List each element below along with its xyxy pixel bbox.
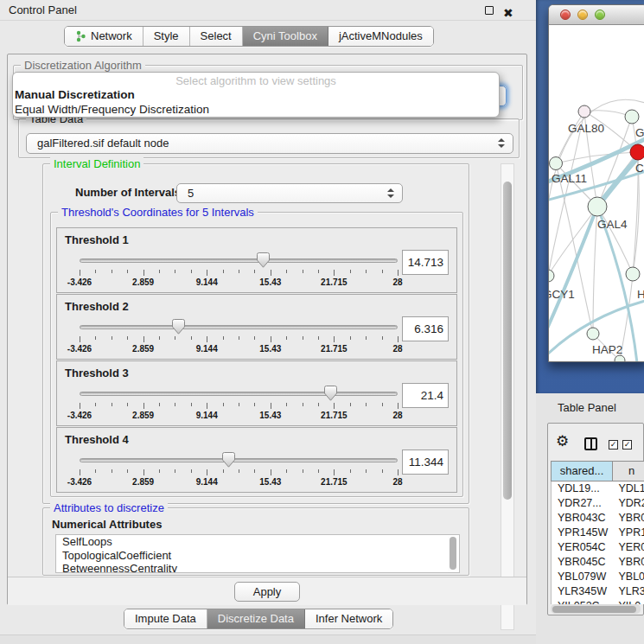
threshold-value-field[interactable]: 21.4 bbox=[402, 383, 449, 408]
attributes-list-scrollbar[interactable] bbox=[448, 536, 458, 572]
table-cell[interactable]: YBL079W bbox=[552, 570, 613, 584]
slider-tick-label: 28 bbox=[392, 344, 402, 354]
slider-tick bbox=[318, 270, 319, 273]
close-traffic-light-icon[interactable] bbox=[560, 10, 571, 20]
slider-tick bbox=[286, 270, 287, 273]
table-cell[interactable]: YER054C bbox=[552, 540, 613, 555]
slider-tick bbox=[254, 403, 255, 406]
apply-button[interactable]: Apply bbox=[234, 582, 300, 602]
table-cell[interactable]: YDL1 bbox=[613, 481, 644, 496]
slider-track[interactable] bbox=[80, 325, 398, 329]
table-data-combo-value: galFiltered.sif default node bbox=[37, 137, 169, 150]
slider-tick bbox=[112, 469, 112, 473]
table-row[interactable]: YBR043CYBR0 bbox=[552, 511, 644, 526]
table-row[interactable]: YBR045CYBR0 bbox=[552, 555, 644, 570]
network-node[interactable] bbox=[587, 328, 599, 340]
table-row[interactable]: YDL19...YDL1 bbox=[552, 481, 644, 496]
network-node-label: GAL11 bbox=[552, 172, 587, 185]
tab-network[interactable]: Network bbox=[65, 27, 143, 46]
slider-tick-label: 15.43 bbox=[259, 477, 281, 487]
slider-tick bbox=[303, 336, 303, 340]
table-cell[interactable]: YER0 bbox=[613, 540, 644, 555]
slider-track[interactable] bbox=[80, 258, 398, 263]
network-node[interactable] bbox=[549, 270, 554, 282]
table-row[interactable]: YBL079WYBL0 bbox=[552, 570, 644, 584]
table-row[interactable]: YLR345WYLR3 bbox=[552, 584, 644, 599]
attribute-list-item[interactable]: TopologicalCoefficient bbox=[56, 549, 459, 563]
network-node[interactable] bbox=[626, 267, 640, 281]
slider-tick bbox=[159, 270, 160, 273]
slider-tick bbox=[334, 469, 335, 475]
dropdown-item[interactable]: Equal Width/Frequency Discretization bbox=[13, 102, 499, 117]
table-cell[interactable]: YDR2 bbox=[613, 496, 644, 511]
checkbox-icon[interactable]: ✓ bbox=[609, 440, 618, 450]
slider-thumb-icon[interactable] bbox=[172, 319, 185, 335]
network-node[interactable] bbox=[625, 110, 639, 124]
slider-thumb-icon[interactable] bbox=[222, 452, 235, 468]
threshold-value-field[interactable]: 6.316 bbox=[402, 316, 449, 341]
table-cell[interactable]: YBR0 bbox=[613, 555, 644, 570]
minimize-traffic-light-icon[interactable] bbox=[577, 10, 588, 20]
slider-tick bbox=[175, 469, 175, 473]
column-header-name[interactable]: n bbox=[613, 461, 644, 481]
network-canvas[interactable]: GAL80GACGAL11GAL4GCY1HHAP2 bbox=[549, 25, 644, 361]
table-cell[interactable]: YBR0 bbox=[613, 511, 644, 526]
threshold-value-field[interactable]: 11.344 bbox=[402, 450, 449, 475]
tab-infer-network[interactable]: Infer Network bbox=[305, 609, 392, 628]
network-node[interactable] bbox=[615, 355, 625, 361]
tab-cyni-toolbox[interactable]: Cyni Toolbox bbox=[243, 27, 328, 46]
slider-track[interactable] bbox=[80, 458, 398, 462]
network-window-titlebar[interactable] bbox=[549, 5, 644, 25]
network-edge[interactable] bbox=[597, 207, 633, 274]
network-node[interactable] bbox=[630, 144, 644, 160]
table-cell[interactable]: YDR27... bbox=[552, 496, 613, 511]
slider-track[interactable] bbox=[80, 392, 398, 396]
threshold-slider[interactable]: -3.4262.8599.14415.4321.71528 bbox=[80, 252, 398, 290]
network-node[interactable] bbox=[550, 157, 563, 170]
slider-tick bbox=[239, 270, 239, 273]
table-row[interactable]: YDR27...YDR2 bbox=[552, 496, 644, 511]
slider-tick bbox=[159, 403, 160, 406]
column-layout-icon[interactable] bbox=[584, 437, 597, 450]
network-node[interactable] bbox=[588, 197, 607, 216]
network-node[interactable] bbox=[578, 105, 590, 118]
settings-vertical-scrollbar[interactable] bbox=[501, 163, 514, 630]
threshold-slider[interactable]: -3.4262.8599.14415.4321.71528 bbox=[80, 452, 398, 490]
table-cell[interactable]: YBR045C bbox=[552, 555, 613, 570]
attribute-list-item[interactable]: BetweennessCentrality bbox=[56, 562, 459, 573]
table-row[interactable]: YPR145WYPR1 bbox=[552, 526, 644, 540]
table-cell[interactable]: YBL0 bbox=[613, 570, 644, 584]
float-window-icon[interactable] bbox=[485, 6, 494, 15]
dropdown-item[interactable]: Manual Discretization bbox=[13, 87, 499, 102]
close-icon[interactable]: ✖ bbox=[503, 3, 513, 23]
numerical-attributes-list[interactable]: SelfLoopsTopologicalCoefficientBetweenne… bbox=[55, 534, 460, 573]
table-cell[interactable]: YLR3 bbox=[613, 584, 644, 599]
table-cell[interactable]: YLR345W bbox=[552, 584, 613, 599]
threshold-slider[interactable]: -3.4262.8599.14415.4321.71528 bbox=[80, 319, 398, 357]
slider-tick bbox=[334, 336, 335, 342]
table-cell[interactable]: YPR145W bbox=[552, 526, 613, 540]
dropdown-placeholder-item[interactable]: Select algorithm to view settings bbox=[13, 74, 499, 87]
tab-jactivemnodules[interactable]: jActiveMNodules bbox=[328, 27, 433, 46]
slider-thumb-icon[interactable] bbox=[257, 252, 270, 268]
threshold-slider[interactable]: -3.4262.8599.14415.4321.71528 bbox=[80, 386, 398, 424]
threshold-value-field[interactable]: 14.713 bbox=[402, 250, 449, 275]
table-cell[interactable]: YPR1 bbox=[613, 526, 644, 540]
table-data-combobox[interactable]: galFiltered.sif default node bbox=[26, 133, 513, 154]
checkbox-icon[interactable]: ✓ bbox=[622, 440, 632, 450]
tab-impute-data[interactable]: Impute Data bbox=[124, 609, 207, 628]
tab-style[interactable]: Style bbox=[143, 27, 190, 46]
table-cell[interactable]: YBR043C bbox=[552, 511, 613, 526]
slider-thumb-icon[interactable] bbox=[324, 386, 337, 401]
column-header-shared-name[interactable]: shared... bbox=[551, 461, 613, 481]
network-window[interactable]: GAL80GACGAL11GAL4GCY1HHAP2 bbox=[548, 4, 644, 362]
table-horizontal-scrollbar[interactable] bbox=[551, 604, 641, 614]
tab-discretize-data[interactable]: Discretize Data bbox=[207, 609, 305, 628]
zoom-traffic-light-icon[interactable] bbox=[595, 10, 605, 20]
gear-icon[interactable]: ⚙ bbox=[556, 434, 569, 449]
attribute-list-item[interactable]: SelfLoops bbox=[56, 535, 459, 549]
table-row[interactable]: YER054CYER0 bbox=[552, 540, 644, 555]
tab-select[interactable]: Select bbox=[190, 27, 243, 46]
table-cell[interactable]: YDL19... bbox=[552, 481, 613, 496]
number-of-intervals-combobox[interactable]: 5 bbox=[176, 183, 403, 203]
